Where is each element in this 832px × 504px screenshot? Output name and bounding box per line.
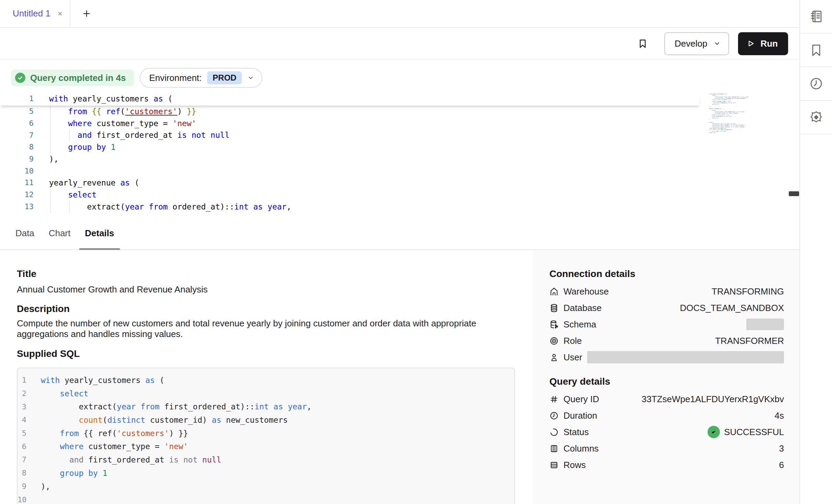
row-value: TRANSFORMER: [582, 336, 784, 346]
editor-minimap[interactable]: with yearly_customers as ( select extrac…: [709, 93, 751, 136]
code-line: 4 count(distinct customer_id) as new_cus…: [17, 413, 514, 427]
code-line: 5 from {{ ref('customers') }}: [17, 427, 514, 440]
line-number: 5: [17, 430, 26, 437]
line-number: 5: [0, 108, 34, 115]
line-number: 12: [0, 191, 34, 199]
columns-icon: [549, 444, 559, 453]
tab-untitled-1[interactable]: Untitled 1: [0, 0, 70, 27]
redacted-value: [587, 351, 784, 363]
database-icon: [549, 303, 559, 313]
row-label: Rows: [563, 460, 586, 470]
query-row: Rows6: [549, 457, 784, 473]
hash-icon: [549, 395, 559, 404]
row-value: SUCCESSFUL: [589, 426, 784, 438]
develop-button[interactable]: Develop: [664, 32, 729, 55]
sidebar-item-explore[interactable]: [800, 101, 832, 134]
code-text: where customer_type = 'new': [34, 118, 196, 130]
code-line: 13 extract(year from ordered_at)::int as…: [0, 201, 700, 213]
rows-icon: [549, 460, 559, 470]
code-line: 10: [0, 165, 700, 177]
meta-panel: Connection details WarehouseTRANSFORMING…: [533, 250, 799, 504]
run-label: Run: [760, 38, 778, 49]
line-number: 10: [17, 496, 26, 504]
role-icon: [549, 336, 559, 346]
tab-chart[interactable]: Chart: [43, 217, 76, 249]
warehouse-icon: [549, 287, 559, 296]
close-icon[interactable]: [57, 10, 63, 18]
tab-details[interactable]: Details: [79, 217, 120, 249]
query-row: StatusSUCCESSFUL: [549, 424, 784, 440]
sidebar-item-bookmark[interactable]: [800, 34, 832, 67]
code-text: with yearly_customers as (: [26, 374, 164, 387]
code-line: 10: [17, 493, 514, 504]
editor-lines[interactable]: 5 from {{ ref('customers') }}6 where cus…: [0, 106, 700, 213]
line-number: 10: [0, 167, 34, 175]
code-line: 1with yearly_customers as (: [17, 374, 514, 387]
line-number: 7: [0, 132, 34, 139]
details-panel: Title Annual Customer Growth and Revenue…: [0, 250, 533, 504]
code-line: 3 extract(year from first_ordered_at)::i…: [17, 400, 514, 413]
row-label: Status: [563, 427, 589, 437]
code-text: ),: [26, 480, 50, 493]
chevron-down-icon: [247, 74, 254, 81]
description-value: Compute the number of new customers and …: [17, 318, 507, 339]
connection-rows: WarehouseTRANSFORMINGDatabaseDOCS_TEAM_S…: [549, 283, 784, 365]
sidebar-item-notebook[interactable]: [800, 0, 832, 34]
row-label: Columns: [563, 443, 599, 454]
row-value: [596, 319, 784, 330]
query-row: Columns3: [549, 440, 784, 457]
code-line: 7 and first_ordered_at is not null: [17, 453, 514, 467]
query-row: Query ID33TZseWpe1ALFDUYerxR1gVKxbv: [549, 391, 784, 407]
code-text: select: [34, 189, 96, 201]
row-value: 3: [599, 443, 784, 454]
code-text: extract(year from ordered_at)::int as ye…: [34, 201, 291, 213]
connection-row: DatabaseDOCS_TEAM_SANDBOX: [549, 300, 784, 316]
tab-bar: Untitled 1: [0, 0, 799, 28]
line-number: 8: [17, 469, 26, 477]
line-number: 9: [0, 155, 34, 163]
environment-selector[interactable]: Environment: PROD: [140, 68, 263, 88]
title-value: Annual Customer Growth and Revenue Analy…: [17, 284, 207, 295]
success-check-icon: [708, 426, 720, 438]
code-text: and first_ordered_at is not null: [34, 129, 229, 141]
new-tab-button[interactable]: [82, 9, 91, 18]
row-label: Schema: [563, 319, 596, 330]
run-button[interactable]: Run: [738, 32, 788, 55]
code-text: group by 1: [34, 141, 116, 153]
spinner-icon: [549, 428, 559, 437]
connection-row: Schema: [549, 316, 784, 333]
query-rows: Query ID33TZseWpe1ALFDUYerxR1gVKxbvDurat…: [549, 391, 784, 473]
row-value: 33TZseWpe1ALFDUYerxR1gVKxbv: [599, 394, 784, 405]
sidebar-item-history[interactable]: [800, 67, 832, 101]
query-status-badge: Query completed in 4s: [11, 70, 134, 86]
bookmark-button[interactable]: [638, 37, 648, 50]
query-details-heading: Query details: [549, 376, 610, 387]
row-value: [582, 351, 784, 363]
editor-scrollbar[interactable]: [789, 191, 799, 196]
line-number: 13: [0, 203, 34, 211]
code-line: 11yearly_revenue as (: [0, 177, 700, 189]
row-label: Role: [563, 336, 582, 346]
environment-label: Environment:: [149, 73, 202, 83]
environment-value-chip: PROD: [207, 71, 242, 84]
supplied-sql-heading: Supplied SQL: [17, 348, 80, 359]
results-tabs: DataChartDetails: [0, 217, 799, 250]
tab-data[interactable]: Data: [10, 217, 40, 249]
code-line: 9),: [0, 153, 700, 165]
minimap-line: order by 1: [709, 132, 751, 133]
title-heading: Title: [17, 268, 36, 279]
code-text: yearly_revenue as (: [34, 177, 139, 189]
row-value: DOCS_TEAM_SANDBOX: [602, 303, 784, 313]
redacted-value: [746, 319, 784, 330]
code-text: from {{ ref('customers') }}: [26, 427, 188, 440]
row-label: Query ID: [563, 394, 599, 405]
code-line: 8 group by 1: [0, 141, 700, 153]
code-text: select: [26, 387, 88, 400]
schema-icon: [549, 320, 559, 329]
line-number: 2: [17, 390, 26, 397]
sql-editor[interactable]: Query completed in 4s Environment: PROD …: [0, 60, 799, 217]
line-number: 3: [17, 403, 26, 411]
code-line: 2 select: [17, 387, 514, 400]
line-number: 6: [0, 120, 34, 127]
explore-icon: [809, 110, 823, 124]
